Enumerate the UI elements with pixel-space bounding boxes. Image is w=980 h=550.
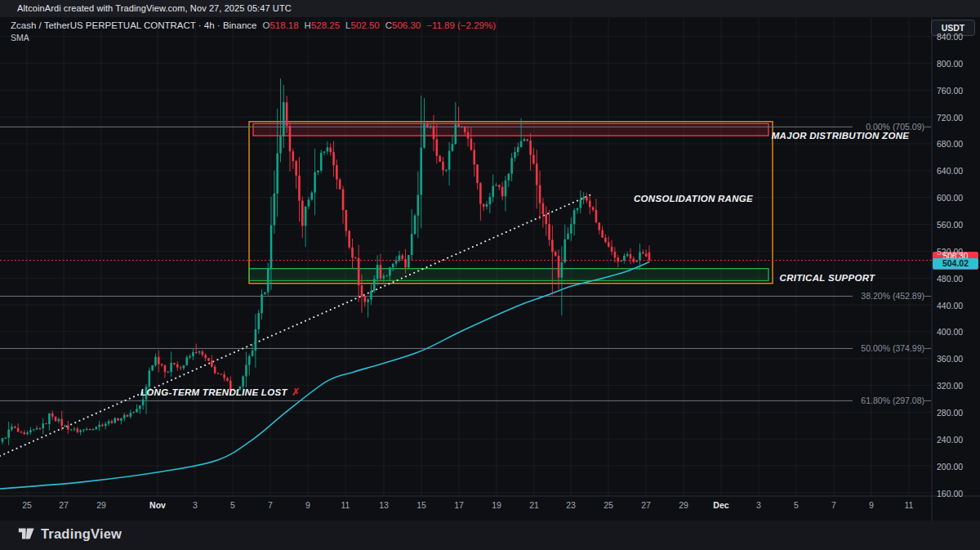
price-tick-label: 840.00 [937, 32, 963, 42]
ohlc-close-value: 506.30 [392, 20, 421, 30]
time-tick-label: 21 [529, 500, 539, 510]
time-tick-label: 25 [22, 500, 32, 510]
ohlc-high-value: 528.25 [311, 20, 340, 30]
price-tick-label: 760.00 [937, 86, 963, 96]
time-tick-label: 11 [905, 500, 914, 510]
time-tick-label: 23 [566, 500, 576, 510]
time-tick-label: Dec [713, 500, 728, 510]
price-tick-label: 560.00 [937, 220, 963, 230]
time-tick-label: 25 [604, 500, 613, 510]
price-tick-label: 720.00 [937, 113, 963, 123]
time-tick-label: 27 [59, 500, 69, 510]
price-tick-label: 520.00 [937, 247, 963, 257]
fib-level-label: 38.20% (452.89) [861, 291, 924, 301]
time-tick-label: 29 [679, 500, 688, 510]
time-tick-label: 5 [794, 500, 799, 510]
time-tick-label: 11 [341, 500, 350, 510]
price-tick-label: 280.00 [937, 408, 963, 418]
time-tick-label: 9 [305, 500, 310, 510]
annotation-consolidation-range: CONSOLIDATION RANGE [634, 194, 753, 203]
price-tick-label: 640.00 [937, 166, 963, 176]
price-tick-label: 680.00 [937, 139, 963, 149]
price-tick-label: 320.00 [937, 381, 963, 391]
tradingview-logo[interactable]: TradingView [17, 525, 122, 543]
tradingview-logo-icon [17, 525, 35, 543]
annotation-trendline-lost: LONG-TERM TRENDLINE LOST✗ [140, 386, 301, 398]
price-tick-label: 400.00 [937, 327, 963, 337]
time-tick-label: 19 [492, 500, 501, 510]
annotation-distribution-zone: MAJOR DISTRIBUTION ZONE [772, 131, 910, 141]
chart-area[interactable]: Zcash / TetherUS PERPETUAL CONTRACT · 4h… [0, 17, 980, 521]
time-tick-label: 5 [230, 500, 235, 510]
ohlc-open-value: 518.18 [270, 20, 298, 30]
time-tick-label: 17 [454, 500, 464, 510]
time-tick-label: 7 [268, 500, 273, 510]
symbol-title: Zcash / TetherUS PERPETUAL CONTRACT · 4h… [11, 20, 256, 30]
price-tick-label: 360.00 [937, 354, 963, 364]
ohlc-high-label: H [305, 20, 311, 30]
symbol-info[interactable]: Zcash / TetherUS PERPETUAL CONTRACT · 4h… [11, 20, 496, 30]
price-tick-label: 800.00 [937, 59, 963, 69]
indicator-label-sma[interactable]: SMA [11, 33, 29, 42]
time-tick-label: 3 [193, 500, 198, 510]
price-tick-label: 600.00 [937, 193, 963, 203]
time-tick-label: 27 [641, 500, 651, 510]
price-tick-label: 200.00 [937, 462, 963, 472]
price-tick-label: 440.00 [937, 301, 963, 311]
red-x-icon: ✗ [292, 386, 301, 398]
attribution-text: AltcoinArdi created with TradingView.com… [17, 3, 292, 13]
tradingview-logo-text: TradingView [41, 526, 122, 542]
time-tick-label: 3 [756, 500, 761, 510]
ohlc-low-value: 502.50 [351, 20, 380, 30]
attribution-bar: AltcoinArdi created with TradingView.com… [0, 0, 980, 17]
fib-level-label: 0.00% (705.09) [866, 122, 924, 132]
candlestick-chart-canvas[interactable] [0, 17, 980, 521]
annotation-critical-support: CRITICAL SUPPORT [780, 273, 875, 283]
time-tick-label: 9 [869, 500, 874, 510]
time-tick-label: Nov [149, 500, 166, 510]
ohlc-close-label: C [385, 20, 392, 30]
fib-level-label: 61.80% (297.08) [861, 396, 924, 405]
time-tick-label: 13 [379, 500, 389, 510]
price-tick-label: 480.00 [937, 274, 963, 284]
time-tick-label: 29 [96, 500, 106, 510]
ohlc-change: −11.89 (−2.29%) [426, 20, 496, 30]
time-tick-label: 7 [831, 500, 836, 510]
price-tick-label: 240.00 [937, 435, 963, 445]
tradingview-chart-page: AltcoinArdi created with TradingView.com… [0, 0, 980, 550]
fib-level-label: 50.00% (374.99) [861, 343, 924, 353]
time-tick-label: 15 [416, 500, 426, 510]
bottom-bar: TradingView [0, 521, 980, 550]
price-tick-label: 160.00 [937, 489, 963, 499]
sma-axis-label: 504.02 [933, 258, 978, 269]
